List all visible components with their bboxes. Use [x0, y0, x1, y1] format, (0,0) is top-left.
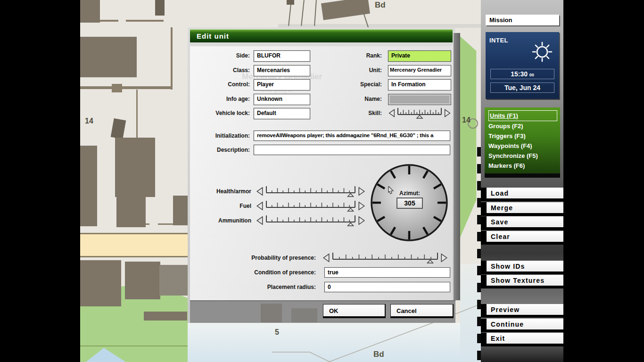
cursor-pointer — [388, 186, 395, 194]
slider-right-arrow-icon[interactable] — [440, 253, 448, 263]
show-ids-button[interactable]: Show IDs — [487, 261, 563, 273]
condition-label: Condition of presence: — [218, 269, 316, 276]
clear-button[interactable]: Clear — [487, 231, 563, 243]
continue-button[interactable]: Continue — [487, 319, 563, 331]
slider-left-arrow-icon[interactable] — [256, 201, 264, 211]
skill-slider[interactable] — [388, 107, 453, 119]
menu-item-synchronize[interactable]: Synchronize (F5) — [488, 151, 560, 161]
merge-button[interactable]: Merge — [487, 202, 563, 214]
merge-button-row: Merge — [481, 202, 563, 216]
continue-button-row: Continue — [481, 319, 563, 332]
ammunition-slider[interactable] — [256, 214, 368, 227]
edit-unit-dialog: Edit unit Mercenary Grenadier ons player… — [188, 27, 460, 323]
show-textures-button[interactable]: Show Textures — [487, 275, 563, 287]
placement-label: Placement radius: — [218, 284, 316, 290]
dialog-shadow — [454, 33, 460, 300]
map-building — [261, 304, 282, 322]
slider-ruler[interactable] — [265, 185, 356, 197]
show-textures-button-row: Show Textures — [481, 275, 563, 288]
time-value: 15:30 — [511, 70, 528, 78]
editor-sidebar: Mission INTEL 15:30 00 Tue, Jun 24 Units… — [481, 0, 563, 362]
exit-button[interactable]: Exit — [487, 333, 563, 345]
menu-item-markers[interactable]: Markers (F6) — [488, 161, 560, 171]
intel-date-field[interactable]: Tue, Jun 24 — [490, 82, 554, 93]
vehicle-lock-label: Vehicle lock: — [190, 110, 250, 116]
intel-panel[interactable]: INTEL 15:30 00 Tue, Jun 24 — [486, 32, 559, 99]
health-slider[interactable] — [256, 185, 368, 197]
preview-button[interactable]: Preview — [487, 304, 563, 316]
slider-right-arrow-icon[interactable] — [357, 216, 366, 225]
control-field[interactable]: Player — [254, 79, 310, 90]
health-label: Health/armor — [190, 188, 251, 195]
initialization-field[interactable]: removeAllWeapons player; this addmagazin… — [254, 131, 450, 141]
info-age-label: Info age: — [190, 96, 250, 102]
slider-ruler[interactable] — [397, 107, 442, 119]
menu-item-units[interactable]: Units (F1) — [488, 110, 560, 121]
control-label: Control: — [190, 81, 250, 88]
load-button[interactable]: Load — [487, 188, 563, 200]
mission-name-field[interactable]: Mission — [486, 15, 559, 25]
map-label-14-right: 14 — [462, 116, 471, 124]
map-label-14-left: 14 — [85, 117, 93, 125]
class-label: Class: — [190, 67, 250, 74]
intel-time-field[interactable]: 15:30 00 — [490, 69, 554, 79]
dialog-content: Mercenary Grenadier ons player Side: BLU… — [190, 46, 453, 300]
slider-right-arrow-icon[interactable] — [357, 201, 366, 211]
special-label: Special: — [331, 81, 382, 88]
slider-ruler[interactable] — [265, 214, 356, 227]
special-field[interactable]: In Formation — [388, 79, 451, 90]
azimuth-field[interactable]: 305 — [396, 197, 423, 209]
cancel-button[interactable]: Cancel — [390, 304, 454, 318]
menu-item-groups[interactable]: Groups (F2) — [488, 121, 560, 131]
slider-left-arrow-icon[interactable] — [256, 187, 264, 196]
left-black-bar — [0, 0, 80, 362]
save-button[interactable]: Save — [487, 216, 563, 229]
probability-label: Probability of presence: — [218, 255, 316, 261]
slider-left-arrow-icon[interactable] — [256, 216, 264, 225]
slider-left-arrow-icon[interactable] — [322, 253, 330, 263]
map-label-bd-top: Bd — [375, 0, 386, 10]
menu-item-triggers[interactable]: Triggers (F3) — [488, 131, 560, 141]
slider-left-arrow-icon[interactable] — [388, 108, 396, 118]
vehicle-lock-field[interactable]: Default — [254, 108, 310, 119]
rank-label: Rank: — [331, 52, 382, 59]
info-age-field[interactable]: Unknown — [254, 94, 310, 105]
show-ids-button-row: Show IDs — [481, 261, 563, 274]
slider-right-arrow-icon[interactable] — [357, 187, 366, 196]
fuel-label: Fuel — [190, 203, 251, 209]
editor-screen: Bd 14 14 5 Bd Edit unit Mercenary Grenad… — [0, 0, 644, 362]
azimuth-label: Azimut: — [395, 190, 425, 197]
probability-slider[interactable] — [322, 252, 451, 264]
slider-ruler[interactable] — [332, 252, 438, 264]
rank-field[interactable]: Private — [388, 50, 451, 62]
preview-button-row: Preview — [481, 304, 563, 318]
ok-button[interactable]: OK — [323, 304, 386, 318]
slider-ruler[interactable] — [265, 200, 356, 212]
slider-right-arrow-icon[interactable] — [444, 108, 451, 118]
name-label: Name: — [331, 96, 382, 102]
load-button-row: Load — [481, 188, 563, 201]
side-field[interactable]: BLUFOR — [254, 50, 310, 62]
side-label: Side: — [190, 52, 250, 59]
placement-field[interactable]: 0 — [324, 282, 450, 292]
clear-button-row: Clear — [481, 231, 563, 245]
description-label: Description: — [190, 147, 250, 153]
right-black-bar — [563, 0, 644, 362]
fuel-slider[interactable] — [256, 200, 368, 212]
skill-label: Skill: — [331, 110, 382, 116]
sun-weather-icon — [531, 41, 553, 63]
save-button-row: Save — [481, 216, 563, 230]
condition-field[interactable]: true — [324, 267, 450, 278]
unit-field[interactable]: Mercenary Grenadier — [388, 65, 451, 76]
sidebar-edge-dashes — [477, 147, 481, 362]
initialization-label: Initialization: — [190, 132, 250, 139]
class-field[interactable]: Mercenaries — [254, 65, 310, 76]
exit-button-row: Exit — [481, 333, 563, 346]
menu-item-waypoints[interactable]: Waypoints (F4) — [488, 141, 560, 151]
unit-label: Unit: — [331, 67, 382, 74]
map-building — [291, 308, 317, 322]
name-field — [388, 94, 451, 105]
description-field[interactable] — [254, 145, 450, 155]
dialog-title: Edit unit — [190, 29, 453, 42]
map-label-5: 5 — [275, 328, 279, 337]
